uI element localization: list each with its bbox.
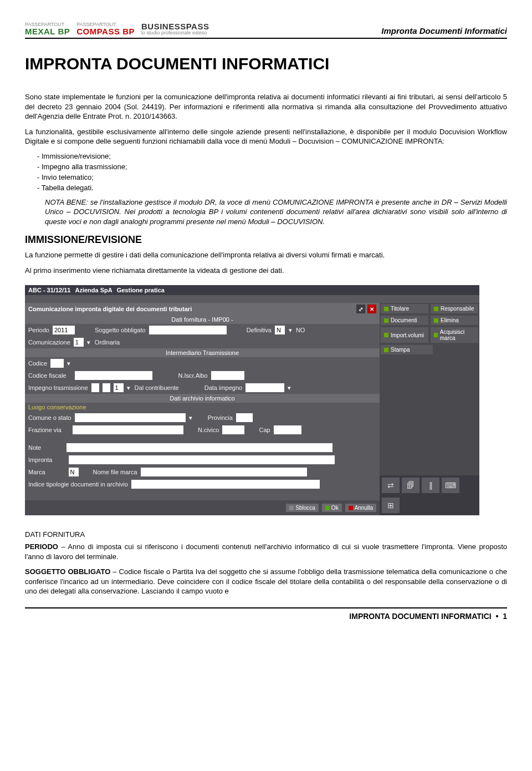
cap-input[interactable] [274,425,301,434]
section-archivio: Dati archivio informatico [25,394,380,403]
label-definitiva-value: NO [296,327,305,333]
periodo-input[interactable] [53,326,75,334]
label-niscr: N.Iscr.Albo [178,372,207,379]
square-icon [289,506,294,510]
dropdown-icon[interactable]: ▾ [67,360,71,367]
sidebar-acquisisci[interactable]: Acquisisci marca [431,327,478,343]
label-codfisc: Codice fiscale [28,372,66,379]
button-bar: Sblocca Ok Annulla [25,500,380,515]
list-item: Immissione/revisione; [45,152,507,160]
toolbar-row-1: ⇄ 🗐 ‖ ⌨ [380,475,479,495]
sidebar-label: Acquisisci marca [440,329,475,341]
sidebar-label: Import.volumi [391,332,424,338]
niscr-input[interactable] [211,371,244,380]
label-periodo: Periodo [28,327,49,333]
app-titlebar: ABC - 31/12/11 Azienda SpA Gestione prat… [25,285,479,295]
codfisc-input[interactable] [75,371,152,380]
logo-big-text: COMPASS BP [76,27,135,35]
sidebar-label: Documenti [391,317,417,323]
label-luogo: Luogo conservazione [25,403,380,412]
paragraph-section-2: Al primo inserimento viene richiamata di… [25,266,507,276]
label-marca: Marca [28,469,45,475]
header-logos: PASSEPARTOUT MEXAL BP PASSEPARTOUT COMPA… [25,22,209,35]
comunicazione-input[interactable] [74,338,84,347]
label-definitiva: Definitiva [247,327,272,333]
titlebar-code: ABC - 31/12/11 [28,287,70,293]
close-icon[interactable]: ✕ [367,305,376,313]
grid-icon[interactable]: ⊞ [382,498,400,513]
label-codice: Codice [28,360,47,367]
comune-input[interactable] [75,413,186,422]
codice-input[interactable] [50,359,64,368]
logo-mexal: PASSEPARTOUT MEXAL BP [25,22,70,35]
keyboard-icon[interactable]: ⌨ [442,478,459,493]
button-label: Sblocca [295,505,315,511]
label-impronta: Impronta [28,456,52,463]
section-fornitura: Dati fornitura - IMP00 - [25,315,380,324]
dataimpegno-input[interactable] [245,383,284,392]
impegno-seg2[interactable] [103,383,110,392]
label-comunicazione-value: Ordinaria [95,339,120,346]
impegno-seg1[interactable] [91,383,99,392]
expand-icon[interactable]: ⤢ [356,305,365,313]
dropdown-icon[interactable]: ▾ [288,327,293,334]
definitiva-code-input[interactable] [275,326,285,334]
toolbar-row-2: ⊞ [380,495,479,515]
label-comune: Comune o stato [28,414,71,421]
nomefile-input[interactable] [141,468,307,476]
marca-input[interactable] [69,468,79,476]
label-impegno: Impegno trasmissione [28,384,88,391]
label-nomefile: Nome file marca [93,469,137,475]
sblocca-button[interactable]: Sblocca [286,504,319,512]
sidebar-documenti[interactable]: Documenti [381,316,428,325]
provincia-input[interactable] [236,413,253,422]
square-icon [325,506,330,510]
list-item: Impegno alla trasmissione; [45,163,507,171]
dropdown-icon[interactable]: ▾ [189,414,193,422]
logo-big-text: MEXAL BP [25,27,70,35]
annulla-button[interactable]: Annulla [345,504,376,512]
sidebar-responsabile[interactable]: Responsabile [431,304,478,313]
dropdown-icon[interactable]: ▾ [288,384,292,392]
indice-input[interactable] [131,480,320,489]
dropdown-icon[interactable]: ▾ [127,384,131,392]
tool-icon[interactable]: ⇄ [382,478,400,493]
note-input[interactable] [66,443,332,452]
paragraph-intro-2: La funzionalità, gestibile esclusivament… [25,127,507,146]
impronta-input[interactable] [69,455,335,464]
label-comunicazione: Comunicazione [28,339,70,346]
dropdown-icon[interactable]: ▾ [87,339,91,346]
tool-icon[interactable]: 🗐 [402,478,420,493]
ncivico-input[interactable] [222,425,244,434]
sidebar-label: Stampa [391,347,410,353]
footer-page-number: 1 [503,612,507,621]
label-ncivico: N.civico [198,427,219,433]
soggetto-input[interactable] [149,326,227,334]
function-list: Immissione/revisione; Impegno alla trasm… [45,152,507,192]
dati-fornitura-heading: DATI FORNITURA [25,530,507,540]
logo-businesspass: BUSINESSPASS lo studio professionale est… [141,22,209,35]
square-icon [384,348,388,352]
button-label: Ok [331,505,339,511]
panel-title-text: Comunicazione impronta digitale dei docu… [28,306,192,312]
sidebar-import-volumi[interactable]: Import.volumi [381,327,428,343]
sidebar-titolare[interactable]: Titolare [381,304,428,313]
app-main-panel: Comunicazione impronta digitale dei docu… [25,303,380,515]
square-icon [384,307,388,311]
logo-compass: PASSEPARTOUT COMPASS BP [76,22,135,35]
label-impegno-value: Dal contribuente [135,384,179,391]
tool-icon[interactable]: ‖ [422,478,439,493]
impegno-code-input[interactable] [114,383,124,392]
label-provincia: Provincia [208,414,233,421]
ok-button[interactable]: Ok [322,504,342,512]
sidebar-stampa[interactable]: Stampa [381,345,433,354]
sidebar-elimina[interactable]: Elimina [431,316,478,325]
sidebar-label: Elimina [441,317,459,323]
label-note: Note [28,444,41,451]
sidebar-label: Titolare [391,306,409,312]
label-soggetto: Soggetto obbligato [95,327,146,333]
periodo-description: PERIODO – Anno di imposta cui si riferis… [25,542,507,561]
label-dataimpegno: Data impegno [204,384,243,391]
square-icon [434,307,438,311]
frazione-input[interactable] [73,425,183,434]
